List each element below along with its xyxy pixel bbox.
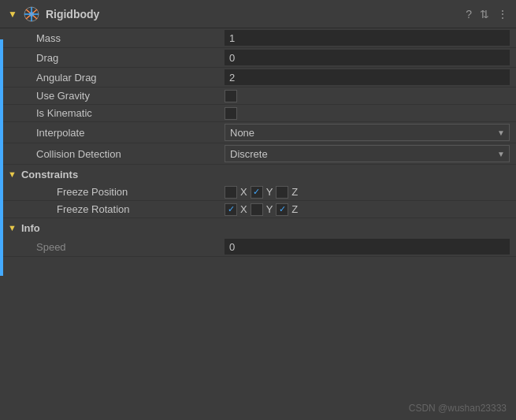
freeze-position-value: X Y Z <box>225 186 516 199</box>
constraints-section-label: Constraints <box>21 169 78 180</box>
speed-input[interactable] <box>225 239 510 255</box>
collision-detection-dropdown-wrap: Discrete Continuous Continuous Dynamic C… <box>225 145 510 162</box>
drag-row: Drag <box>0 48 516 68</box>
freeze-position-x-label: X <box>240 186 247 198</box>
collision-detection-row: Collision Detection Discrete Continuous … <box>0 143 516 165</box>
collapse-arrow[interactable]: ▼ <box>8 9 17 20</box>
freeze-position-z-checkbox[interactable] <box>276 186 288 199</box>
freeze-rotation-x-checkbox[interactable] <box>225 203 237 216</box>
info-section-label: Info <box>21 222 40 234</box>
freeze-position-y-checkbox[interactable] <box>251 186 263 199</box>
is-kinematic-label: Is Kinematic <box>0 107 225 119</box>
freeze-rotation-row: Freeze Rotation X Y Z <box>0 201 516 218</box>
drag-label: Drag <box>0 52 225 64</box>
use-gravity-value-wrap <box>225 90 516 102</box>
freeze-position-row: Freeze Position X Y Z <box>0 184 516 201</box>
freeze-rotation-y-label: Y <box>266 203 273 215</box>
freeze-position-z-label: Z <box>291 186 298 198</box>
speed-label: Speed <box>0 241 225 253</box>
component-title: Rigidbody <box>46 8 459 20</box>
mass-label: Mass <box>0 32 225 44</box>
settings-icon[interactable]: ⇅ <box>480 8 489 20</box>
menu-icon[interactable]: ⋮ <box>497 8 508 20</box>
accent-bar <box>0 39 3 276</box>
collision-detection-value-wrap: Discrete Continuous Continuous Dynamic C… <box>225 145 516 162</box>
freeze-position-x-checkbox[interactable] <box>225 186 237 199</box>
mass-row: Mass <box>0 28 516 48</box>
is-kinematic-row: Is Kinematic <box>0 105 516 122</box>
use-gravity-row: Use Gravity <box>0 87 516 105</box>
interpolate-label: Interpolate <box>0 127 225 139</box>
use-gravity-label: Use Gravity <box>0 90 225 102</box>
component-header: ▼ Rigidbody ? ⇅ ⋮ <box>0 0 516 28</box>
rigidbody-panel: ▼ Rigidbody ? ⇅ ⋮ Mass Drag <box>0 0 516 420</box>
angular-drag-value-wrap <box>225 69 516 85</box>
is-kinematic-value-wrap <box>225 107 516 120</box>
header-actions: ? ⇅ ⋮ <box>466 8 508 20</box>
freeze-position-label: Freeze Position <box>0 186 225 198</box>
constraints-arrow-icon: ▼ <box>8 169 17 179</box>
interpolate-dropdown-wrap: None Interpolate Extrapolate ▼ <box>225 124 510 141</box>
freeze-rotation-y-checkbox[interactable] <box>251 203 263 216</box>
info-arrow-icon: ▼ <box>8 223 17 232</box>
freeze-rotation-x-label: X <box>240 203 247 215</box>
collision-detection-select[interactable]: Discrete Continuous Continuous Dynamic C… <box>225 145 510 162</box>
is-kinematic-checkbox[interactable] <box>225 107 237 120</box>
constraints-section-header[interactable]: ▼ Constraints <box>0 165 516 184</box>
collision-detection-label: Collision Detection <box>0 148 225 160</box>
speed-value-wrap <box>225 239 516 255</box>
mass-value-wrap <box>225 30 516 46</box>
drag-input[interactable] <box>225 50 510 65</box>
speed-row: Speed <box>0 237 516 257</box>
angular-drag-label: Angular Drag <box>0 72 225 84</box>
interpolate-select[interactable]: None Interpolate Extrapolate <box>225 124 510 141</box>
watermark-text: CSDN @wushan23333 <box>409 403 507 414</box>
freeze-position-y-label: Y <box>266 186 273 198</box>
properties-content: Mass Drag Angular Drag Use Gravity <box>0 28 516 420</box>
use-gravity-checkbox[interactable] <box>225 90 237 102</box>
angular-drag-input[interactable] <box>225 69 510 85</box>
drag-value-wrap <box>225 50 516 65</box>
angular-drag-row: Angular Drag <box>0 68 516 87</box>
component-icon <box>24 6 39 22</box>
freeze-rotation-z-label: Z <box>291 203 298 215</box>
freeze-rotation-z-checkbox[interactable] <box>276 203 288 216</box>
freeze-rotation-value: X Y Z <box>225 203 516 216</box>
interpolate-row: Interpolate None Interpolate Extrapolate… <box>0 122 516 143</box>
info-section-header[interactable]: ▼ Info <box>0 218 516 237</box>
mass-input[interactable] <box>225 30 510 46</box>
help-icon[interactable]: ? <box>466 8 472 20</box>
svg-point-1 <box>29 12 34 17</box>
interpolate-value-wrap: None Interpolate Extrapolate ▼ <box>225 124 516 141</box>
freeze-rotation-label: Freeze Rotation <box>0 203 225 215</box>
